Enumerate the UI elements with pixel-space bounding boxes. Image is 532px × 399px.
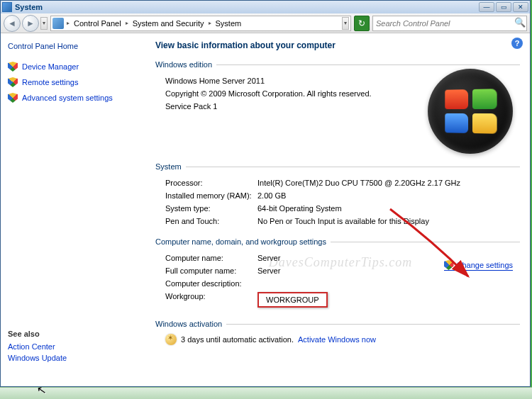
change-settings-link[interactable]: Change settings <box>444 260 514 271</box>
processor-value: Intel(R) Core(TM)2 Duo CPU T7500 @ 2.20G… <box>257 179 520 187</box>
search-icon[interactable]: 🔍 <box>514 17 526 30</box>
system-type-label: System type: <box>165 204 257 213</box>
history-dropdown[interactable]: ▾ <box>40 17 48 30</box>
forward-button[interactable]: ► <box>22 15 39 32</box>
shield-icon <box>8 77 18 87</box>
shield-icon <box>444 260 454 270</box>
search-box[interactable]: 🔍 <box>372 16 527 31</box>
processor-label: Processor: <box>165 179 257 187</box>
system-type-value: 64-bit Operating System <box>257 204 520 213</box>
windows-edition-section: Windows edition Windows Home Server 2011… <box>155 60 520 152</box>
full-name-label: Full computer name: <box>165 266 257 275</box>
computer-name-section: Computer name, domain, and workgroup set… <box>155 237 520 310</box>
edition-legend: Windows edition <box>155 60 216 69</box>
shield-icon <box>8 62 18 72</box>
system-section: System Processor:Intel(R) Core(TM)2 Duo … <box>155 162 520 227</box>
activation-text: 3 days until automatic activation. <box>181 335 294 344</box>
ram-value: 2.00 GB <box>257 191 520 200</box>
action-center-link[interactable]: Action Center <box>8 342 67 351</box>
computer-legend: Computer name, domain, and workgroup set… <box>155 237 331 246</box>
advanced-system-settings-link[interactable]: Advanced system settings <box>8 93 143 103</box>
refresh-button[interactable]: ↻ <box>354 16 370 31</box>
pen-label: Pen and Touch: <box>165 217 257 225</box>
pen-value: No Pen or Touch Input is available for t… <box>257 217 520 225</box>
chevron-right-icon: ▸ <box>65 20 71 26</box>
workgroup-label: Workgroup: <box>165 292 257 308</box>
control-panel-home-link[interactable]: Control Panel Home <box>8 42 143 50</box>
back-button[interactable]: ◄ <box>4 15 21 32</box>
change-settings-label: Change settings <box>457 261 514 269</box>
system-legend: System <box>155 162 186 171</box>
close-button[interactable]: ✕ <box>513 2 528 12</box>
taskbar <box>0 387 532 399</box>
see-also-title: See also <box>8 330 67 338</box>
breadcrumb-dropdown[interactable]: ▾ <box>342 17 349 30</box>
chevron-right-icon: ▸ <box>124 20 130 26</box>
activation-icon <box>165 334 177 345</box>
windows-logo <box>428 69 513 154</box>
windows-flag-icon <box>445 89 497 134</box>
sidebar-item-label: Device Manager <box>22 62 79 71</box>
help-icon[interactable]: ? <box>511 38 523 49</box>
system-window: System — ▭ ✕ ◄ ► ▾ ▸ Control Panel ▸ Sys… <box>0 0 531 387</box>
chevron-right-icon: ▸ <box>207 20 213 26</box>
page-title: View basic information about your comput… <box>155 40 520 50</box>
description-value <box>257 279 520 288</box>
activation-section: Windows activation 3 days until automati… <box>155 320 520 345</box>
search-input[interactable] <box>373 19 514 28</box>
ram-label: Installed memory (RAM): <box>165 191 257 200</box>
minimize-button[interactable]: — <box>479 2 494 12</box>
sidebar: Control Panel Home Device Manager Remote… <box>1 33 150 386</box>
activate-now-link[interactable]: Activate Windows now <box>298 335 376 344</box>
description-label: Computer description: <box>165 279 257 288</box>
maximize-button[interactable]: ▭ <box>496 2 511 12</box>
navbar: ◄ ► ▾ ▸ Control Panel ▸ System and Secur… <box>1 13 530 33</box>
sidebar-item-label: Remote settings <box>22 78 78 86</box>
remote-settings-link[interactable]: Remote settings <box>8 77 143 87</box>
breadcrumb[interactable]: ▸ Control Panel ▸ System and Security ▸ … <box>50 16 351 31</box>
crumb-root[interactable]: Control Panel <box>72 19 123 28</box>
see-also: See also Action Center Windows Update <box>8 330 67 365</box>
titlebar[interactable]: System — ▭ ✕ <box>1 1 530 13</box>
window-title: System <box>15 3 479 11</box>
shield-icon <box>8 93 18 103</box>
workgroup-value: WORKGROUP <box>257 292 328 308</box>
control-panel-icon <box>52 18 64 29</box>
system-icon <box>2 2 12 12</box>
activation-legend: Windows activation <box>155 320 226 328</box>
main-content: ? View basic information about your comp… <box>150 33 530 386</box>
windows-update-link[interactable]: Windows Update <box>8 354 67 362</box>
crumb-mid[interactable]: System and Security <box>131 19 206 28</box>
computer-name-label: Computer name: <box>165 254 257 262</box>
crumb-leaf[interactable]: System <box>214 19 243 28</box>
sidebar-item-label: Advanced system settings <box>22 94 113 102</box>
device-manager-link[interactable]: Device Manager <box>8 62 143 72</box>
